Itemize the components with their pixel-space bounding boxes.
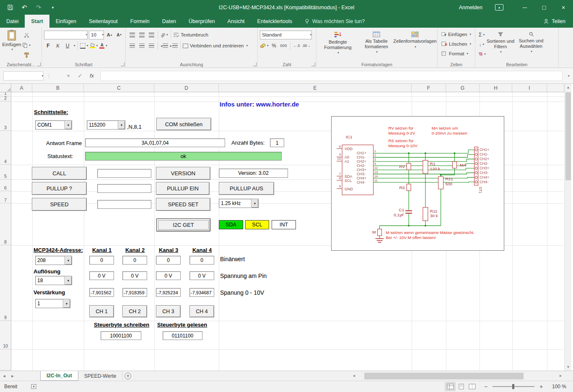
tab-entwicklertools[interactable]: Entwicklertools (251, 15, 298, 28)
tab-scroll-left-icon[interactable]: ◄ (0, 371, 8, 381)
decrease-decimal-button[interactable]: .00→ (302, 42, 311, 50)
bytes-field[interactable]: 1 (270, 138, 284, 147)
dropdown-arrow-icon[interactable]: ▼ (65, 276, 72, 285)
align-bottom-button[interactable] (147, 31, 156, 39)
column-header[interactable]: I (512, 84, 547, 92)
row-header[interactable]: 8 (0, 203, 11, 245)
tab-ansicht[interactable]: Ansicht (221, 15, 251, 28)
mcp-address-select[interactable]: 208▼ (35, 256, 72, 265)
call-result-field[interactable] (97, 169, 151, 178)
tab-daten[interactable]: Daten (156, 15, 182, 28)
sign-in-link[interactable]: Anmelden (459, 5, 482, 10)
borders-button[interactable]: ▾ (80, 42, 88, 50)
save-button[interactable] (6, 3, 14, 13)
row-header[interactable]: 7 (0, 191, 11, 203)
accounting-format-button[interactable]: ▾ (260, 42, 269, 50)
number-format-select[interactable]: Standard▾ (260, 31, 312, 39)
clear-button[interactable]: ▾ (477, 49, 486, 58)
macro-record-button[interactable] (28, 382, 39, 391)
insert-function-button[interactable]: fx (86, 73, 98, 79)
page-layout-view-button[interactable] (456, 382, 467, 391)
dropdown-arrow-icon[interactable]: ▼ (118, 121, 125, 129)
row-header[interactable]: 9 (0, 245, 11, 321)
write-byte-field[interactable]: 10001100 (101, 331, 141, 340)
tab-formeln[interactable]: Formeln (124, 15, 156, 28)
com-close-button[interactable]: COM schließen (156, 118, 211, 130)
share-button[interactable]: Teilen (536, 15, 573, 28)
tab-einfuegen[interactable]: Einfügen (49, 15, 83, 28)
percent-button[interactable]: % (270, 42, 278, 50)
pullup-off-button[interactable]: PULLUP AUS (219, 182, 274, 195)
tab-ueberpruefen[interactable]: Überprüfen (182, 15, 221, 28)
pullup-query-button[interactable]: PULLUP ? (32, 182, 87, 195)
dropdown-arrow-icon[interactable]: ▼ (65, 121, 72, 129)
scroll-right-icon[interactable]: ► (557, 372, 564, 379)
align-left-button[interactable] (128, 42, 136, 50)
page-break-view-button[interactable] (467, 382, 477, 391)
expand-formula-bar-icon[interactable]: ▾ (568, 74, 570, 78)
font-size-select[interactable]: 10▾ (89, 31, 104, 39)
column-header[interactable]: D (154, 84, 219, 92)
align-middle-button[interactable] (137, 31, 146, 39)
zoom-in-button[interactable]: + (538, 383, 544, 390)
speed-set-button[interactable]: SPEED SET (156, 198, 210, 211)
version-button[interactable]: VERSION (156, 167, 210, 180)
tab-scroll-right-icon[interactable]: ► (8, 371, 17, 381)
minimize-button[interactable]: ─ (515, 0, 534, 15)
dialog-launcher-icon[interactable] (121, 62, 124, 66)
channel-button[interactable]: CH 4 (189, 305, 214, 317)
italic-button[interactable]: K (54, 42, 62, 50)
formula-input[interactable] (100, 71, 563, 81)
maximize-button[interactable]: □ (534, 0, 554, 15)
ribbon-display-options-icon[interactable]: ▴ (495, 4, 503, 10)
grow-font-button[interactable]: A▴ (105, 31, 114, 39)
horizontal-scrollbar[interactable]: ◄ ► (350, 371, 564, 381)
dialog-launcher-icon[interactable] (311, 62, 315, 66)
answer-frame-field[interactable]: 3A,01,07,04 (85, 138, 225, 147)
channel-button[interactable]: CH 1 (89, 305, 114, 317)
vertical-scrollbar-thumb[interactable] (565, 92, 571, 180)
cancel-entry-icon[interactable]: × (62, 73, 74, 79)
scroll-down-icon[interactable]: ▼ (565, 363, 572, 371)
sheet-tab-speed-werte[interactable]: SPEED-Werte (78, 371, 122, 381)
tab-start[interactable]: Start (25, 15, 49, 28)
circuit-diagram-image[interactable]: IC1 6VDD 9A0 10A1 7SDA 8SCL 5GND CH1+1 C… (331, 116, 504, 251)
column-header[interactable]: E (219, 84, 412, 92)
speed-result-field[interactable] (97, 200, 151, 209)
customize-quick-access-button[interactable]: ▾ (49, 3, 57, 13)
speed-button[interactable]: SPEED (32, 198, 87, 211)
channel-button[interactable]: CH 3 (156, 305, 181, 317)
format-as-table-button[interactable]: Als Tabelle formatieren▾ (357, 29, 396, 60)
name-box[interactable]: ▾ (3, 71, 44, 80)
merge-center-button[interactable]: Verbinden und zentrieren▾ (183, 42, 248, 50)
row-header[interactable] (0, 349, 11, 371)
dialog-launcher-icon[interactable] (37, 62, 41, 66)
row-header[interactable]: 2 (0, 96, 11, 101)
paste-button[interactable]: Einfügen ▾ (2, 29, 21, 60)
i2c-get-button[interactable]: I2C GET (156, 218, 210, 231)
scroll-left-icon[interactable]: ◄ (350, 372, 358, 379)
zoom-out-button[interactable]: − (482, 383, 489, 390)
sheet-tab-i2c-in-out[interactable]: I2C-In_Out (40, 371, 78, 381)
call-button[interactable]: CALL (32, 167, 87, 180)
tab-datei[interactable]: Datei (0, 15, 25, 28)
bold-button[interactable]: F (44, 42, 52, 50)
com-port-select[interactable]: COM1▼ (35, 120, 72, 130)
cell-styles-button[interactable]: Zellenformatvorlagen▾ (396, 29, 434, 60)
scroll-up-icon[interactable]: ▲ (565, 84, 572, 91)
sort-filter-button[interactable]: Sortieren und Filtern▾ (486, 29, 515, 60)
row-header[interactable]: 1 (0, 92, 11, 96)
dropdown-arrow-icon[interactable]: ▼ (65, 256, 72, 265)
vertical-scrollbar[interactable]: ▲ ▼ (564, 84, 571, 371)
font-name-select[interactable]: ▾ (44, 31, 88, 39)
speed-select[interactable]: 1.25 kHz▼ (219, 199, 259, 208)
zoom-level[interactable]: 100 % (549, 384, 566, 389)
horizontal-scrollbar-thumb[interactable] (364, 373, 524, 379)
wrap-text-button[interactable]: Textumbruch (173, 31, 208, 39)
increase-indent-button[interactable]: ▸ (170, 42, 178, 50)
confirm-entry-icon[interactable]: ✓ (74, 73, 86, 79)
column-header[interactable]: B (32, 84, 84, 92)
format-painter-button[interactable] (22, 51, 31, 60)
resolution-select[interactable]: 18▼ (35, 276, 72, 285)
close-button[interactable]: × (554, 0, 573, 15)
